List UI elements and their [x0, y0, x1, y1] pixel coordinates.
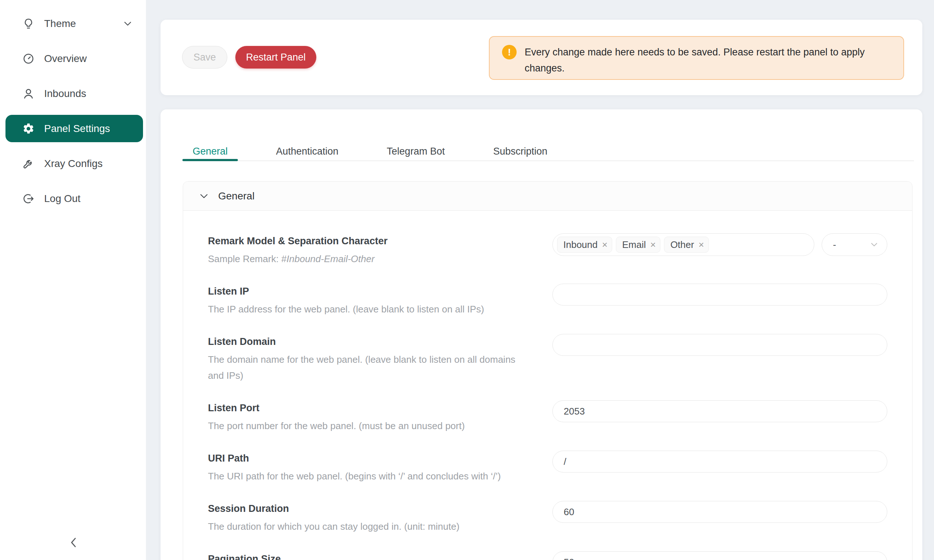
sidebar-item-label: Xray Configs [44, 158, 103, 169]
field-session-duration: Session Duration The duration for which … [208, 501, 887, 534]
field-label: URI Path [208, 452, 552, 465]
sample-remark-value: #Inbound-Email-Other [281, 253, 375, 264]
wrench-icon [22, 157, 35, 170]
remove-tag-icon[interactable]: × [698, 239, 704, 251]
restart-warning-alert: ! Every change made here needs to be sav… [489, 36, 904, 80]
field-label: Pagination Size [208, 553, 552, 560]
sidebar-item-label: Overview [44, 53, 87, 65]
listen-port-input[interactable] [552, 400, 887, 422]
save-button[interactable]: Save [182, 46, 227, 69]
field-label: Listen Port [208, 402, 552, 414]
remove-tag-icon[interactable]: × [650, 239, 656, 251]
gear-icon [22, 123, 35, 135]
settings-tabs: General Authentication Telegram Bot Subs… [182, 109, 914, 161]
chevron-down-icon [199, 192, 209, 200]
field-listen-ip: Listen IP The IP address for the web pan… [208, 284, 887, 317]
field-label: Listen IP [208, 285, 552, 297]
user-icon [22, 88, 35, 100]
uri-path-input[interactable] [552, 451, 887, 472]
sidebar-item-overview[interactable]: Overview [5, 45, 143, 72]
sidebar-item-label: Theme [44, 18, 76, 29]
sidebar: Theme Overview Inbounds Panel Settings [0, 0, 146, 560]
main-content: Save Restart Panel ! Every change made h… [160, 0, 922, 560]
pagination-size-input[interactable] [552, 551, 887, 560]
sidebar-item-label: Log Out [44, 193, 81, 205]
sidebar-item-label: Panel Settings [44, 123, 110, 135]
alert-message: Every change made here needs to be saved… [525, 44, 889, 76]
sidebar-item-panel-settings[interactable]: Panel Settings [5, 115, 143, 142]
dashboard-icon [22, 52, 35, 65]
sidebar-item-label: Inbounds [44, 88, 86, 100]
session-duration-input[interactable] [552, 501, 887, 523]
field-pagination-size: Pagination Size [208, 551, 887, 560]
chevron-down-icon [123, 20, 132, 27]
sidebar-nav: Theme Overview Inbounds Panel Settings [0, 0, 146, 212]
section-title: General [218, 190, 255, 202]
field-remark-model: Remark Model & Separation Character Samp… [208, 233, 887, 267]
sidebar-item-inbounds[interactable]: Inbounds [5, 80, 143, 107]
tab-general[interactable]: General [182, 142, 238, 160]
sidebar-item-theme[interactable]: Theme [5, 10, 143, 37]
chevron-down-icon [870, 242, 878, 248]
settings-card: General Authentication Telegram Bot Subs… [160, 109, 922, 560]
warning-icon: ! [502, 45, 516, 59]
tab-telegram-bot[interactable]: Telegram Bot [376, 142, 455, 160]
general-collapse-header[interactable]: General [183, 182, 912, 211]
toolbar-card: Save Restart Panel ! Every change made h… [160, 20, 922, 95]
tab-authentication[interactable]: Authentication [266, 142, 349, 160]
remove-tag-icon[interactable]: × [602, 239, 607, 251]
restart-panel-button[interactable]: Restart Panel [235, 46, 316, 69]
lightbulb-icon [22, 17, 35, 30]
tag-other[interactable]: Other × [664, 237, 709, 253]
field-description: The URI path for the web panel. (begins … [208, 468, 522, 484]
field-label: Remark Model & Separation Character [208, 235, 552, 247]
field-description: Sample Remark: #Inbound-Email-Other [208, 251, 522, 267]
general-settings-form: Remark Model & Separation Character Samp… [183, 211, 912, 560]
field-label: Session Duration [208, 502, 552, 515]
tag-email[interactable]: Email × [616, 237, 660, 253]
field-uri-path: URI Path The URI path for the web panel.… [208, 451, 887, 484]
sidebar-item-log-out[interactable]: Log Out [5, 185, 143, 212]
field-description: The IP address for the web panel. (leave… [208, 301, 522, 317]
field-description: The domain name for the web panel. (leav… [208, 351, 522, 383]
field-listen-port: Listen Port The port number for the web … [208, 400, 887, 434]
listen-ip-input[interactable] [552, 284, 887, 306]
chevron-left-icon [68, 536, 80, 549]
tab-subscription[interactable]: Subscription [483, 142, 558, 160]
remark-model-tags-input[interactable]: Inbound × Email × Other × [552, 233, 814, 256]
field-description: The port number for the web panel. (must… [208, 418, 522, 434]
sidebar-item-xray-configs[interactable]: Xray Configs [5, 150, 143, 177]
separator-select[interactable]: - [821, 233, 887, 256]
logout-icon [22, 192, 35, 205]
listen-domain-input[interactable] [552, 334, 887, 356]
general-collapse-panel: General Remark Model & Separation Charac… [183, 181, 912, 560]
field-description: The duration for which you can stay logg… [208, 518, 522, 534]
separator-select-value: - [833, 239, 836, 251]
field-listen-domain: Listen Domain The domain name for the we… [208, 334, 887, 383]
sidebar-collapse-button[interactable] [66, 534, 81, 551]
tag-inbound[interactable]: Inbound × [557, 237, 612, 253]
field-label: Listen Domain [208, 335, 552, 348]
